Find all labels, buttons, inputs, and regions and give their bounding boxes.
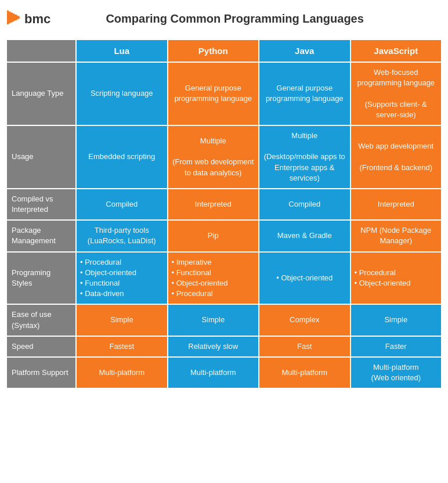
header-javascript: JavaScript (351, 39, 442, 62)
cell-lua: Scripting language (76, 62, 168, 125)
table-row: SpeedFastestRelatively slowFastFaster (6, 336, 442, 357)
cell-javascript: Interpreted (351, 189, 442, 220)
cell-java: Compiled (259, 189, 351, 220)
cell-lua: Simple (76, 304, 168, 336)
comparison-table: Lua Python Java JavaScript Language Type… (6, 39, 442, 389)
cell-javascript: Multi-platform(Web oriented) (351, 357, 442, 388)
table-row: Programing StylesProceduralObject-orient… (6, 252, 442, 305)
table-row: Language TypeScripting languageGeneral p… (6, 62, 442, 125)
row-label: Usage (6, 125, 76, 189)
cell-java: Multiple(Desktop/mobile apps to Enterpri… (259, 125, 351, 189)
cell-lua: Multi-platform (76, 357, 168, 388)
row-label: Language Type (6, 62, 76, 125)
cell-java: • Object-oriented (259, 252, 351, 305)
cell-lua: Third-party tools (LuaRocks, LuaDist) (76, 220, 168, 251)
row-label: Ease of use (Syntax) (6, 304, 76, 336)
row-label: Compiled vs Interpreted (6, 189, 76, 220)
row-label: Speed (6, 336, 76, 357)
table-header-row: Lua Python Java JavaScript (6, 39, 442, 62)
cell-javascript: Web app development(Frontend & backend) (351, 125, 442, 189)
cell-python: Simple (168, 304, 259, 336)
header-java: Java (259, 39, 351, 62)
cell-python: General purpose programming language (168, 62, 259, 125)
table-row: Compiled vs InterpretedCompiledInterpret… (6, 189, 442, 220)
cell-javascript: NPM (Node Package Manager) (351, 220, 442, 251)
page-title: Comparing Common Programming Languages (62, 12, 407, 26)
cell-lua: Embedded scripting (76, 125, 168, 189)
header-label (6, 39, 76, 62)
cell-java: Maven & Gradle (259, 220, 351, 251)
row-label: Platform Support (6, 357, 76, 388)
cell-java: Multi-platform (259, 357, 351, 388)
cell-lua: Compiled (76, 189, 168, 220)
cell-java: General purpose programming language (259, 62, 351, 125)
row-label: Package Management (6, 220, 76, 251)
cell-python: Multiple(From web development to data an… (168, 125, 259, 189)
cell-javascript: Simple (351, 304, 442, 336)
table-row: Ease of use (Syntax)SimpleSimpleComplexS… (6, 304, 442, 336)
header-lua: Lua (76, 39, 168, 62)
cell-python: ImperativeFunctionalObject-orientedProce… (168, 252, 259, 305)
table-row: Platform SupportMulti-platformMulti-plat… (6, 357, 442, 388)
cell-java: Complex (259, 304, 351, 336)
cell-python: Multi-platform (168, 357, 259, 388)
logo-text: bmc (24, 12, 50, 27)
page-header: ⯈ bmc Comparing Common Programming Langu… (6, 6, 442, 32)
row-label: Programing Styles (6, 252, 76, 305)
table-row: Package ManagementThird-party tools (Lua… (6, 220, 442, 251)
cell-javascript: Faster (351, 336, 442, 357)
cell-java: Fast (259, 336, 351, 357)
cell-lua: ProceduralObject-orientedFunctionalData-… (76, 252, 168, 305)
header-python: Python (168, 39, 259, 62)
logo-icon: ⯈ (6, 9, 22, 28)
cell-javascript: ProceduralObject-oriented (351, 252, 442, 305)
cell-python: Relatively slow (168, 336, 259, 357)
cell-lua: Fastest (76, 336, 168, 357)
logo: ⯈ bmc (6, 9, 50, 28)
cell-python: Pip (168, 220, 259, 251)
cell-javascript: Web-focused programming language(Support… (351, 62, 442, 125)
table-row: UsageEmbedded scriptingMultiple(From web… (6, 125, 442, 189)
cell-python: Interpreted (168, 189, 259, 220)
